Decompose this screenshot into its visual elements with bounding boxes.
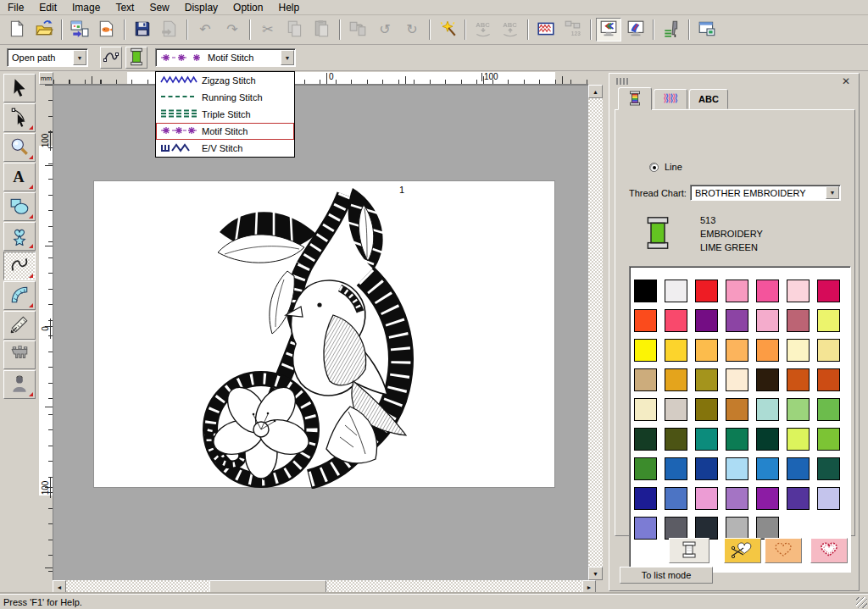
applique-cut-button[interactable] bbox=[724, 538, 761, 563]
stitch-option-ev[interactable]: E/V Stitch bbox=[156, 140, 294, 157]
thread-color-swatch[interactable] bbox=[756, 339, 779, 362]
portrait-tool[interactable] bbox=[3, 370, 36, 399]
thread-color-swatch[interactable] bbox=[634, 457, 657, 480]
thread-color-swatch[interactable] bbox=[726, 309, 748, 332]
thread-color-swatch[interactable] bbox=[634, 517, 657, 540]
window-resize-grip[interactable] bbox=[856, 597, 867, 608]
menu-edit[interactable]: Edit bbox=[31, 1, 64, 14]
close-icon[interactable]: ✕ bbox=[840, 75, 852, 87]
thread-color-swatch[interactable] bbox=[756, 368, 779, 391]
sewing-attributes-button[interactable] bbox=[125, 47, 147, 69]
scrollbar-thumb[interactable] bbox=[209, 580, 326, 594]
stitch-option-zigzag[interactable]: Zigzag Stitch bbox=[156, 72, 294, 89]
thread-color-swatch[interactable] bbox=[634, 487, 657, 510]
thread-color-swatch[interactable] bbox=[787, 368, 810, 391]
thread-color-swatch[interactable] bbox=[787, 398, 810, 421]
thread-color-swatch[interactable] bbox=[787, 309, 810, 332]
chevron-down-icon[interactable]: ▼ bbox=[826, 186, 839, 199]
chevron-down-icon[interactable]: ▼ bbox=[73, 50, 86, 65]
save-button[interactable] bbox=[130, 18, 155, 42]
thread-color-swatch[interactable] bbox=[756, 457, 779, 480]
thread-color-swatch[interactable] bbox=[665, 398, 687, 421]
magic-wand-button[interactable] bbox=[435, 18, 460, 42]
point-edit-tool[interactable] bbox=[3, 103, 36, 132]
menu-file[interactable]: File bbox=[0, 1, 31, 14]
select-tool[interactable] bbox=[3, 74, 36, 102]
thread-color-swatch[interactable] bbox=[665, 280, 687, 302]
thread-color-swatch[interactable] bbox=[726, 457, 748, 480]
applique-piece-button[interactable] bbox=[765, 538, 802, 563]
scroll-left-icon[interactable]: ◄ bbox=[53, 580, 66, 594]
thread-color-swatch[interactable] bbox=[634, 280, 657, 302]
basic-shapes-tool[interactable] bbox=[3, 192, 36, 221]
stitch-simulator-button[interactable] bbox=[659, 18, 684, 42]
thread-color-swatch[interactable] bbox=[695, 517, 718, 540]
thread-color-swatch[interactable] bbox=[787, 487, 810, 510]
vertical-scrollbar[interactable]: ▲ ▼ bbox=[588, 85, 603, 580]
curve-tool[interactable] bbox=[3, 252, 36, 280]
thread-color-swatch[interactable] bbox=[787, 428, 810, 451]
applique-stitch-button[interactable] bbox=[810, 538, 848, 563]
thread-color-swatch[interactable] bbox=[634, 339, 657, 362]
thread-color-swatch[interactable] bbox=[756, 398, 779, 421]
thread-color-swatch[interactable] bbox=[665, 339, 687, 362]
thread-color-swatch[interactable] bbox=[726, 517, 748, 540]
thread-color-swatch[interactable] bbox=[787, 339, 810, 362]
line-radio[interactable] bbox=[649, 163, 659, 172]
import-image-button[interactable] bbox=[67, 18, 92, 42]
measure-tool[interactable] bbox=[3, 311, 36, 340]
realistic-view-button[interactable] bbox=[623, 18, 648, 42]
path-shape-combobox[interactable]: Open path ▼ bbox=[7, 48, 88, 67]
thread-color-swatch[interactable] bbox=[817, 457, 840, 480]
stitch-block-tool[interactable] bbox=[3, 340, 36, 369]
thread-color-swatch[interactable] bbox=[787, 280, 810, 302]
menu-help[interactable]: Help bbox=[270, 1, 307, 14]
fan-shape-tool[interactable] bbox=[3, 281, 36, 310]
outline-shapes-tool[interactable] bbox=[3, 222, 36, 251]
text-tool[interactable]: A bbox=[3, 163, 36, 191]
design-page[interactable]: 1 bbox=[93, 180, 555, 488]
design-canvas[interactable]: 1 bbox=[53, 85, 588, 580]
menu-option[interactable]: Option bbox=[225, 1, 270, 14]
thread-color-swatch[interactable] bbox=[817, 398, 840, 421]
thread-color-swatch[interactable] bbox=[726, 428, 748, 451]
open-file-button[interactable] bbox=[31, 18, 57, 42]
menu-text[interactable]: Text bbox=[108, 1, 142, 14]
stitch-library-button[interactable] bbox=[533, 18, 559, 42]
thread-color-swatch[interactable] bbox=[665, 309, 687, 332]
thread-color-swatch[interactable] bbox=[665, 428, 687, 451]
thread-color-swatch[interactable] bbox=[695, 368, 718, 391]
thread-color-swatch[interactable] bbox=[695, 339, 718, 362]
thread-chart-combobox[interactable]: BROTHER EMBROIDERY ▼ bbox=[690, 185, 841, 201]
thread-color-swatch[interactable] bbox=[634, 368, 657, 391]
tab-stitch-attributes[interactable] bbox=[654, 89, 687, 109]
stitch-option-motif[interactable]: Motif Stitch bbox=[156, 123, 294, 140]
thread-color-swatch[interactable] bbox=[695, 428, 718, 451]
reference-window-button[interactable] bbox=[694, 18, 720, 42]
draw-curve-button[interactable] bbox=[100, 47, 122, 69]
thread-color-swatch[interactable] bbox=[695, 309, 718, 332]
scroll-down-icon[interactable]: ▼ bbox=[588, 567, 603, 580]
thread-color-swatch[interactable] bbox=[817, 487, 840, 510]
scroll-right-icon[interactable]: ► bbox=[582, 580, 596, 594]
thread-color-swatch[interactable] bbox=[634, 309, 657, 332]
thread-color-swatch[interactable] bbox=[665, 457, 687, 480]
thread-color-swatch[interactable] bbox=[726, 339, 748, 362]
default-thread-button[interactable] bbox=[669, 538, 709, 563]
thread-color-swatch[interactable] bbox=[817, 309, 840, 332]
zoom-tool[interactable] bbox=[3, 133, 36, 162]
thread-color-swatch[interactable] bbox=[726, 398, 748, 421]
thread-color-swatch[interactable] bbox=[817, 339, 840, 362]
thread-color-swatch[interactable] bbox=[665, 487, 687, 510]
thread-color-swatch[interactable] bbox=[665, 517, 687, 540]
menu-image[interactable]: Image bbox=[64, 1, 108, 14]
tab-text-attributes[interactable]: ABC bbox=[689, 89, 728, 109]
thread-color-swatch[interactable] bbox=[726, 487, 748, 510]
menu-display[interactable]: Display bbox=[177, 1, 225, 14]
new-document-button[interactable] bbox=[4, 18, 30, 42]
tab-thread-color[interactable] bbox=[618, 87, 652, 110]
thread-color-swatch[interactable] bbox=[787, 457, 810, 480]
thread-color-swatch[interactable] bbox=[695, 457, 718, 480]
thread-color-swatch[interactable] bbox=[726, 368, 748, 391]
menu-sew[interactable]: Sew bbox=[142, 1, 176, 14]
